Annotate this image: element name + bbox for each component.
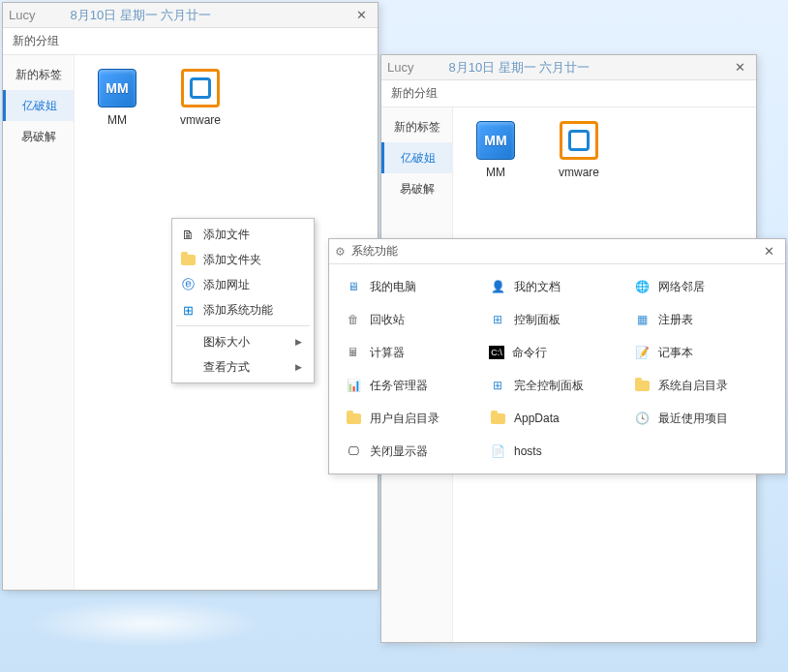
folder-icon [180,252,196,267]
sidebar-item-0[interactable]: 新的标签 [381,111,452,142]
launcher-label: vmware [180,113,221,127]
group-bar[interactable]: 新的分组 [381,80,756,107]
sys-turn-off-display[interactable]: 🖵关闭显示器 [345,441,481,462]
sidebar-item-1[interactable]: 亿破姐 [381,142,452,173]
windows-icon: ⊞ [180,302,196,318]
file-icon: 🗎 [180,227,196,242]
titlebar[interactable]: ⚙ 系统功能 ✕ [329,239,785,264]
recycle-icon: 🗑 [345,311,362,328]
close-icon[interactable]: ✕ [729,57,750,78]
sys-appdata[interactable]: AppData [489,408,625,429]
app-title: Lucy [9,8,35,22]
sidebar-item-2[interactable]: 易破解 [3,121,74,152]
close-icon[interactable]: ✕ [758,241,779,262]
app-title: Lucy [387,60,413,75]
recent-icon: 🕓 [633,410,651,427]
folder-icon [345,410,362,427]
titlebar[interactable]: Lucy 8月10日 星期一 六月廿一 ✕ [381,55,756,80]
group-label: 新的分组 [391,85,438,102]
ctx-view-mode[interactable]: 查看方式 ▶ [172,354,314,380]
titlebar[interactable]: Lucy 8月10日 星期一 六月廿一 ✕ [3,3,378,28]
taskmgr-icon: 📊 [345,377,362,394]
vmware-icon [181,69,220,107]
launcher-label: vmware [559,166,599,179]
sys-system-startup[interactable]: 系统自启目录 [633,375,770,396]
sidebar: 新的标签 亿破姐 易破解 [3,55,75,590]
ie-icon: ⓔ [180,277,196,292]
vmware-icon [560,121,598,160]
sys-cmd[interactable]: C:\命令行 [489,342,625,363]
sys-title: 系统功能 [351,243,398,260]
sys-my-documents[interactable]: 👤我的文档 [489,276,625,297]
launcher-label: MM [486,166,505,179]
monitor-off-icon: 🖵 [345,443,362,460]
registry-icon: ▦ [633,311,651,328]
launcher-mm[interactable]: MM MM [88,69,146,127]
control-panel-icon: ⊞ [489,311,506,328]
folder-icon [489,410,506,427]
full-control-icon: ⊞ [489,377,506,394]
sys-recycle-bin[interactable]: 🗑回收站 [345,309,481,330]
sys-task-manager[interactable]: 📊任务管理器 [345,375,481,396]
sys-my-computer[interactable]: 🖥我的电脑 [345,276,481,297]
sidebar-item-0[interactable]: 新的标签 [3,59,74,90]
chevron-right-icon: ▶ [295,337,302,347]
separator [176,325,310,326]
documents-icon: 👤 [489,278,506,295]
date-label: 8月10日 星期一 六月廿一 [70,7,211,24]
sys-grid: 🖥我的电脑 👤我的文档 🌐网络邻居 🗑回收站 ⊞控制面板 ▦注册表 🖩计算器 C… [329,264,785,473]
sys-empty [633,441,770,462]
sys-registry[interactable]: ▦注册表 [633,309,770,330]
sys-control-panel[interactable]: ⊞控制面板 [489,309,625,330]
date-label: 8月10日 星期一 六月廿一 [448,59,590,76]
launcher-vmware[interactable]: vmware [171,69,229,127]
sys-notepad[interactable]: 📝记事本 [633,342,770,363]
calculator-icon: 🖩 [345,344,362,361]
notepad-icon: 📝 [633,344,651,361]
sys-user-startup[interactable]: 用户自启目录 [345,408,481,429]
folder-icon [633,377,651,394]
sys-calculator[interactable]: 🖩计算器 [345,342,481,363]
chevron-right-icon: ▶ [295,362,302,372]
sidebar-item-1[interactable]: 亿破姐 [3,90,74,121]
sys-recent[interactable]: 🕓最近使用项目 [633,408,770,429]
gear-icon: ⚙ [335,245,346,259]
network-icon: 🌐 [633,278,651,295]
computer-icon: 🖥 [345,278,362,295]
close-icon[interactable]: ✕ [350,5,372,26]
group-label: 新的分组 [13,33,59,49]
group-bar[interactable]: 新的分组 [3,28,378,55]
sys-network[interactable]: 🌐网络邻居 [633,276,770,297]
ctx-add-sys[interactable]: ⊞ 添加系统功能 [172,297,314,322]
cmd-icon: C:\ [489,346,504,359]
mm-icon: MM [98,69,136,107]
ctx-add-url[interactable]: ⓔ 添加网址 [172,272,314,297]
hosts-icon: 📄 [489,443,506,460]
mm-icon: MM [476,121,515,160]
ctx-icon-size[interactable]: 图标大小 ▶ [172,329,314,354]
ctx-add-folder[interactable]: 添加文件夹 [172,247,314,272]
context-menu: 🗎 添加文件 添加文件夹 ⓔ 添加网址 ⊞ 添加系统功能 图标大小 ▶ 查看方式… [171,218,315,383]
ctx-add-file[interactable]: 🗎 添加文件 [172,222,314,247]
sidebar-item-2[interactable]: 易破解 [381,173,452,204]
system-functions-window: ⚙ 系统功能 ✕ 🖥我的电脑 👤我的文档 🌐网络邻居 🗑回收站 ⊞控制面板 ▦注… [328,238,786,474]
launcher-vmware[interactable]: vmware [550,121,608,179]
launcher-mm[interactable]: MM MM [467,121,525,179]
sys-hosts[interactable]: 📄hosts [489,441,625,462]
launcher-label: MM [107,113,127,127]
sys-full-control[interactable]: ⊞完全控制面板 [489,375,625,396]
